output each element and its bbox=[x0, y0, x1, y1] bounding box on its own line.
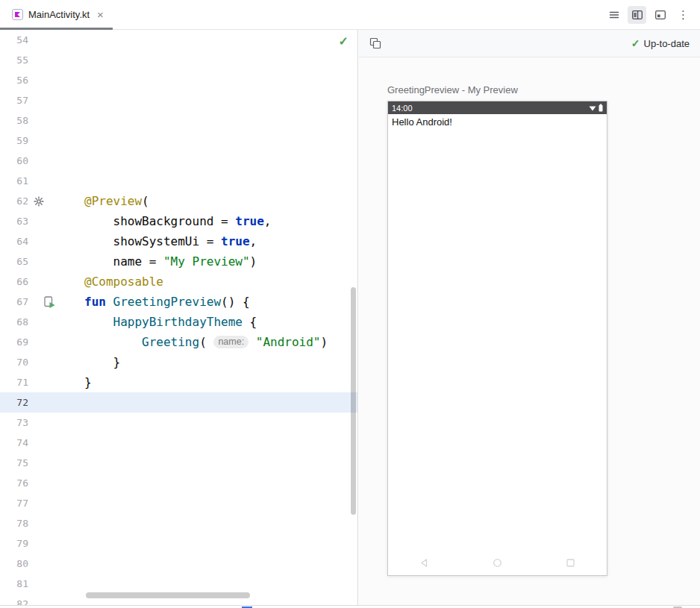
line-number[interactable]: 70 bbox=[0, 357, 28, 368]
code-line[interactable]: 57 bbox=[0, 90, 357, 110]
line-number[interactable]: 80 bbox=[0, 558, 28, 569]
preview-greeting-text: Hello Android! bbox=[388, 114, 607, 128]
line-number[interactable]: 66 bbox=[0, 276, 28, 287]
line-number[interactable]: 54 bbox=[0, 34, 28, 46]
line-number[interactable]: 78 bbox=[0, 518, 28, 529]
code-line[interactable]: 59 bbox=[0, 131, 357, 151]
view-mode-code-icon[interactable] bbox=[604, 6, 623, 24]
line-number[interactable]: 64 bbox=[0, 236, 28, 247]
gutter bbox=[28, 251, 78, 272]
tab-mainactivity[interactable]: MainActivity.kt × bbox=[0, 0, 113, 29]
preview-toolbar: ✓ Up-to-date bbox=[359, 30, 700, 57]
line-number[interactable]: 73 bbox=[0, 417, 28, 428]
line-number[interactable]: 56 bbox=[0, 75, 28, 86]
gutter bbox=[28, 50, 78, 70]
tab-close-icon[interactable]: × bbox=[97, 9, 104, 20]
code-line[interactable]: 76 bbox=[0, 473, 357, 493]
code-line[interactable]: 56 bbox=[0, 70, 357, 90]
line-number[interactable]: 69 bbox=[0, 336, 28, 348]
gutter bbox=[28, 191, 78, 211]
code-text: } bbox=[78, 372, 92, 392]
gutter bbox=[28, 392, 78, 413]
code-line[interactable]: 70 } bbox=[0, 352, 357, 372]
line-number[interactable]: 58 bbox=[0, 115, 28, 126]
gutter bbox=[28, 231, 78, 251]
tab-title: MainActivity.kt bbox=[28, 9, 90, 20]
editor-horizontal-scrollbar[interactable] bbox=[86, 592, 250, 598]
code-line[interactable]: 67fun GreetingPreview() { bbox=[0, 292, 357, 312]
code-text: Greeting( name: "Android") bbox=[78, 332, 328, 352]
gutter bbox=[28, 554, 78, 574]
line-number[interactable]: 57 bbox=[0, 95, 28, 106]
code-line[interactable]: 72 bbox=[0, 392, 357, 413]
code-line[interactable]: 80 bbox=[0, 554, 357, 574]
code-line[interactable]: 65 name = "My Preview") bbox=[0, 251, 357, 272]
code-line[interactable]: 54 bbox=[0, 30, 357, 50]
line-number[interactable]: 75 bbox=[0, 457, 28, 468]
device-preview-frame[interactable]: 14:00 Hello Android! bbox=[387, 101, 607, 576]
line-number[interactable]: 61 bbox=[0, 175, 28, 187]
line-number[interactable]: 62 bbox=[0, 195, 28, 207]
line-number[interactable]: 79 bbox=[0, 538, 28, 549]
run-preview-icon[interactable] bbox=[44, 295, 56, 308]
preview-title[interactable]: GreetingPreview - My Preview bbox=[387, 84, 700, 95]
code-line[interactable]: 68 HappyBirthdayTheme { bbox=[0, 312, 357, 332]
code-line[interactable]: 60 bbox=[0, 151, 357, 171]
code-line[interactable]: 55 bbox=[0, 50, 357, 70]
gutter bbox=[28, 493, 78, 513]
code-line[interactable]: 74 bbox=[0, 433, 357, 453]
line-number[interactable]: 76 bbox=[0, 477, 28, 489]
up-to-date-check-icon: ✓ bbox=[631, 37, 640, 49]
code-line[interactable]: 66@Composable bbox=[0, 272, 357, 292]
line-number[interactable]: 68 bbox=[0, 316, 28, 327]
editor-mode-toolbar: ⋮ bbox=[604, 6, 700, 24]
line-number[interactable]: 65 bbox=[0, 256, 28, 267]
line-number[interactable]: 74 bbox=[0, 437, 28, 448]
code-line[interactable]: 79 bbox=[0, 533, 357, 554]
battery-icon bbox=[599, 104, 603, 112]
code-editor[interactable]: 545556575859606162@Preview(63 showBackgr… bbox=[0, 30, 358, 605]
code-line[interactable]: 64 showSystemUi = true, bbox=[0, 231, 357, 251]
code-line[interactable]: 75 bbox=[0, 453, 357, 473]
editor-vertical-scrollbar[interactable] bbox=[351, 287, 356, 515]
line-number[interactable]: 81 bbox=[0, 578, 28, 589]
line-number[interactable]: 67 bbox=[0, 296, 28, 307]
gutter bbox=[28, 413, 78, 433]
gutter bbox=[28, 292, 78, 312]
android-studio-window: MainActivity.kt × bbox=[0, 0, 700, 608]
line-number[interactable]: 82 bbox=[0, 598, 28, 605]
wifi-icon bbox=[589, 105, 596, 111]
line-number[interactable]: 59 bbox=[0, 135, 28, 146]
code-line[interactable]: 61 bbox=[0, 171, 357, 191]
gutter bbox=[28, 90, 78, 110]
code-text: fun GreetingPreview() { bbox=[78, 292, 250, 312]
gutter bbox=[28, 352, 78, 372]
line-number[interactable]: 63 bbox=[0, 216, 28, 227]
code-line[interactable]: 63 showBackground = true, bbox=[0, 211, 357, 231]
code-line[interactable]: 58 bbox=[0, 110, 357, 131]
code-text: @Preview( bbox=[78, 191, 149, 211]
gutter bbox=[28, 171, 78, 191]
annotation-settings-gear-icon[interactable] bbox=[34, 196, 44, 207]
line-number[interactable]: 71 bbox=[0, 377, 28, 388]
code-line[interactable]: 69 Greeting( name: "Android") bbox=[0, 332, 357, 352]
line-number[interactable]: 60 bbox=[0, 155, 28, 166]
view-mode-split-icon[interactable] bbox=[628, 6, 646, 24]
code-text: @Composable bbox=[78, 272, 163, 292]
code-line[interactable]: 81 bbox=[0, 574, 357, 594]
preview-layout-switch-icon[interactable] bbox=[369, 37, 381, 49]
code-line[interactable]: 78 bbox=[0, 513, 357, 533]
inspections-status-check-icon[interactable]: ✓ bbox=[339, 34, 349, 48]
status-bar-time: 14:00 bbox=[392, 104, 413, 113]
line-number[interactable]: 72 bbox=[0, 397, 28, 408]
line-number[interactable]: 77 bbox=[0, 498, 28, 509]
view-mode-design-icon[interactable] bbox=[651, 6, 669, 24]
gutter bbox=[28, 272, 78, 292]
code-line[interactable]: 73 bbox=[0, 413, 357, 433]
code-line[interactable]: 77 bbox=[0, 493, 357, 513]
code-line[interactable]: 62@Preview( bbox=[0, 191, 357, 211]
line-number[interactable]: 55 bbox=[0, 54, 28, 66]
more-options-icon[interactable]: ⋮ bbox=[674, 6, 693, 24]
code-line[interactable]: 71} bbox=[0, 372, 357, 392]
code-text: HappyBirthdayTheme { bbox=[78, 312, 257, 332]
